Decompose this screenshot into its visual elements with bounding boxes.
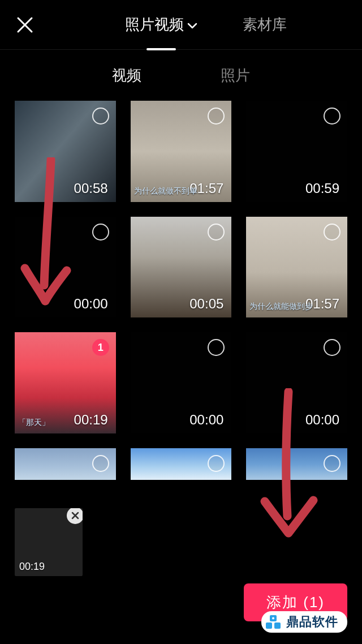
caption-label: 「那天」 <box>18 418 50 428</box>
duration-label: 00:58 <box>74 181 108 196</box>
select-circle[interactable] <box>92 224 109 241</box>
select-circle[interactable] <box>208 224 225 241</box>
close-icon <box>16 16 34 34</box>
header-tabs: 照片视频 素材库 <box>50 0 362 50</box>
chevron-down-icon <box>187 16 197 33</box>
video-thumbnail[interactable]: 01:57为什么就能做到步 <box>246 217 347 318</box>
select-circle[interactable]: 1 <box>92 339 109 356</box>
watermark-logo-icon <box>265 613 282 630</box>
close-icon <box>71 512 79 520</box>
video-thumbnail[interactable]: 00:00 <box>246 332 347 433</box>
tab-library[interactable]: 素材库 <box>243 0 287 50</box>
video-thumbnail[interactable]: 00:00 <box>15 217 116 318</box>
video-thumbnail[interactable]: 100:19「那天」 <box>15 332 116 433</box>
svg-rect-1 <box>266 622 272 629</box>
close-button[interactable] <box>0 0 50 50</box>
select-circle[interactable] <box>324 108 341 124</box>
duration-label: 00:00 <box>305 412 339 428</box>
select-circle[interactable] <box>92 455 109 472</box>
tab-label: 照片视频 <box>125 15 184 35</box>
svg-point-3 <box>272 617 274 620</box>
select-circle[interactable] <box>324 455 341 472</box>
watermark-text: 鼎品软件 <box>286 613 338 630</box>
sub-tabs: 视频 照片 <box>0 50 362 101</box>
video-thumbnail[interactable]: 00:58 <box>15 101 116 202</box>
video-thumbnail[interactable]: 00:00 <box>131 332 232 433</box>
duration-label: 00:59 <box>305 181 339 196</box>
caption-label: 为什么就能做到步 <box>249 302 313 312</box>
tab-label: 素材库 <box>243 15 287 35</box>
subtab-photo[interactable]: 照片 <box>221 66 250 85</box>
select-circle[interactable] <box>208 108 225 124</box>
select-circle[interactable] <box>208 455 225 472</box>
selection-tray: 00:19 <box>15 508 83 576</box>
duration-label: 00:00 <box>189 412 223 428</box>
duration-label: 00:19 <box>19 561 45 573</box>
select-circle[interactable] <box>324 339 341 356</box>
select-circle[interactable] <box>208 339 225 356</box>
top-header: 照片视频 素材库 <box>0 0 362 50</box>
video-thumbnail[interactable]: 01:57为什么就做不到单 <box>131 101 232 202</box>
video-thumbnail[interactable]: 00:59 <box>246 101 347 202</box>
select-circle[interactable] <box>324 224 341 241</box>
caption-label: 为什么就做不到单 <box>134 186 197 196</box>
duration-label: 00:19 <box>74 412 108 428</box>
remove-button[interactable] <box>67 508 83 524</box>
watermark: 鼎品软件 <box>261 611 347 633</box>
tray-item[interactable]: 00:19 <box>15 508 83 576</box>
duration-label: 00:00 <box>74 296 108 312</box>
video-grid: 00:5801:57为什么就做不到单00:5900:0000:0501:57为什… <box>0 101 362 480</box>
video-thumbnail[interactable]: 00:05 <box>131 217 232 318</box>
tab-photos-videos[interactable]: 照片视频 <box>125 0 197 50</box>
svg-rect-2 <box>274 622 281 629</box>
duration-label: 00:05 <box>189 296 223 312</box>
video-thumbnail[interactable] <box>246 448 347 480</box>
video-thumbnail[interactable] <box>15 448 116 480</box>
select-circle[interactable] <box>92 108 109 124</box>
subtab-video[interactable]: 视频 <box>112 66 141 85</box>
video-thumbnail[interactable] <box>131 448 232 480</box>
